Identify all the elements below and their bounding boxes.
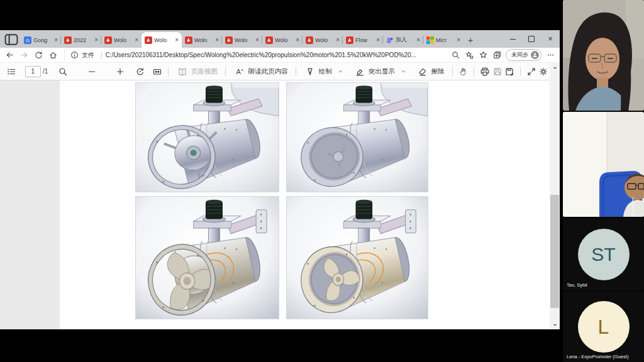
participant-video-1 bbox=[563, 0, 644, 111]
tab-close-icon[interactable]: × bbox=[416, 37, 420, 43]
participant-name-label: Tao, Sybil bbox=[567, 282, 587, 288]
page-view-button[interactable]: 页面视图 bbox=[176, 65, 218, 78]
teams-favicon-icon bbox=[386, 36, 394, 44]
zoom-in-icon[interactable] bbox=[114, 65, 126, 78]
new-tab-button[interactable]: + bbox=[464, 32, 477, 48]
vertical-scrollbar[interactable] bbox=[550, 63, 560, 329]
table-of-contents-icon[interactable] bbox=[5, 65, 18, 78]
erase-button[interactable]: 擦除 bbox=[416, 65, 445, 78]
participant-video-2 bbox=[563, 112, 644, 217]
info-icon[interactable] bbox=[70, 51, 79, 59]
scroll-down-icon[interactable] bbox=[550, 321, 560, 329]
window-controls: × bbox=[503, 30, 560, 48]
browser-tab-3[interactable]: Wolo× bbox=[101, 32, 142, 48]
rotate-icon[interactable] bbox=[134, 65, 147, 78]
tab-title: Wolo bbox=[315, 37, 335, 43]
erase-label: 擦除 bbox=[431, 67, 445, 76]
read-aloud-icon: A bbox=[233, 65, 246, 78]
hand-tool-icon[interactable] bbox=[457, 65, 470, 78]
close-window-button[interactable]: × bbox=[541, 30, 560, 48]
home-icon[interactable] bbox=[46, 50, 60, 61]
participant-avatar-tile: STTao, Sybil bbox=[563, 218, 644, 290]
pdf-favicon-icon bbox=[145, 36, 152, 44]
minimize-button[interactable] bbox=[503, 30, 522, 48]
refresh-icon[interactable] bbox=[31, 50, 46, 61]
address-bar-actions: 未同步 bbox=[448, 49, 557, 61]
fit-to-width-icon[interactable] bbox=[151, 65, 164, 78]
pdf-favicon-icon bbox=[104, 36, 112, 44]
url-field[interactable]: 文件 | C:/Users/202106311/Desktop/Spec/Wol… bbox=[64, 50, 443, 61]
pen-icon bbox=[304, 65, 316, 78]
browser-tab-4-active[interactable]: Wolo× bbox=[142, 32, 182, 48]
tab-close-icon[interactable]: × bbox=[175, 37, 179, 43]
expand-icon[interactable] bbox=[525, 65, 538, 78]
browser-tab-5[interactable]: Wolo× bbox=[182, 32, 222, 48]
tab-title: Wolo bbox=[114, 37, 133, 43]
eraser-icon bbox=[416, 65, 429, 78]
pod-thruster-solid-duct-silver bbox=[286, 82, 428, 192]
browser-tab-10[interactable]: 加入× bbox=[383, 32, 423, 48]
favorites-settings-icon[interactable] bbox=[462, 50, 476, 61]
meeting-participants-panel: STTao, SybilLLena - ExpoPromoter (Guest) bbox=[563, 0, 644, 362]
tab-title: 加入 bbox=[396, 36, 415, 44]
settings-icon[interactable] bbox=[537, 65, 550, 78]
zoom-out-icon[interactable] bbox=[86, 65, 98, 78]
tab-close-icon[interactable]: × bbox=[336, 37, 340, 43]
highlight-button[interactable]: 突出显示 bbox=[353, 65, 410, 78]
maximize-button[interactable] bbox=[522, 30, 541, 48]
browser-tab-2[interactable]: 2022× bbox=[61, 32, 101, 48]
find-in-document-icon[interactable] bbox=[57, 65, 69, 78]
chevron-down-icon[interactable] bbox=[397, 65, 410, 78]
tab-close-icon[interactable]: × bbox=[54, 37, 58, 43]
tab-close-icon[interactable]: × bbox=[94, 37, 98, 43]
pod-thruster-open-duct-propeller bbox=[135, 196, 279, 319]
browser-tab-11[interactable]: Micr× bbox=[423, 32, 464, 48]
browser-tab-8[interactable]: Wolo× bbox=[303, 32, 343, 48]
browser-tab-6[interactable]: Wolo× bbox=[222, 32, 262, 48]
tab-close-icon[interactable]: × bbox=[376, 37, 380, 43]
pdf-favicon-icon bbox=[185, 36, 192, 44]
browser-tab-1[interactable]: GGoog× bbox=[21, 32, 61, 48]
tab-close-icon[interactable]: × bbox=[135, 37, 138, 43]
scroll-up-icon[interactable] bbox=[550, 63, 560, 72]
tab-title: Flow bbox=[355, 37, 375, 43]
pdf-toolbar: 1 /1 页面视图 A 朗读此页内容 绘制 bbox=[0, 63, 550, 80]
forward-icon[interactable] bbox=[17, 50, 31, 61]
tab-title: Wolo bbox=[154, 37, 174, 43]
avatar: L bbox=[578, 301, 630, 353]
page-number-input[interactable]: 1 bbox=[25, 66, 41, 77]
read-aloud-label: 朗读此页内容 bbox=[248, 67, 288, 76]
file-scheme-label: 文件 bbox=[82, 51, 94, 60]
url-divider: | bbox=[101, 52, 103, 58]
tab-title: 2022 bbox=[74, 37, 93, 43]
save-icon[interactable] bbox=[491, 65, 504, 78]
save-as-icon[interactable] bbox=[503, 65, 516, 78]
tab-title: Wolo bbox=[275, 37, 294, 43]
search-icon[interactable] bbox=[448, 50, 462, 61]
tab-close-icon[interactable]: × bbox=[255, 37, 259, 43]
print-icon[interactable] bbox=[479, 65, 491, 78]
back-icon[interactable] bbox=[3, 50, 17, 61]
more-menu-icon[interactable] bbox=[543, 50, 557, 61]
tab-close-icon[interactable]: × bbox=[296, 37, 299, 43]
collections-icon[interactable] bbox=[490, 50, 504, 61]
tab-close-icon[interactable]: × bbox=[457, 37, 460, 43]
chevron-down-icon[interactable] bbox=[335, 65, 347, 78]
toolbar-divider bbox=[452, 67, 453, 76]
toolbar-divider bbox=[296, 67, 296, 76]
profile-sync-button[interactable]: 未同步 bbox=[506, 49, 541, 61]
scrollbar-thumb[interactable] bbox=[550, 195, 559, 308]
read-aloud-button[interactable]: A 朗读此页内容 bbox=[233, 65, 288, 78]
pdf-favicon-icon bbox=[346, 36, 353, 44]
url-text: C:/Users/202106311/Desktop/Spec/Wolong%2… bbox=[106, 52, 416, 58]
avatar: ST bbox=[578, 229, 630, 280]
tab-actions-button[interactable] bbox=[4, 33, 19, 46]
profile-avatar-icon bbox=[531, 51, 539, 59]
browser-tab-7[interactable]: Wolo× bbox=[262, 32, 303, 48]
page-count-label: /1 bbox=[43, 68, 48, 75]
tab-close-icon[interactable]: × bbox=[215, 37, 219, 43]
favorites-star-icon[interactable] bbox=[476, 50, 490, 61]
tab-title: Wolo bbox=[194, 37, 214, 43]
draw-button[interactable]: 绘制 bbox=[304, 65, 347, 78]
browser-tab-9[interactable]: Flow× bbox=[343, 32, 383, 48]
